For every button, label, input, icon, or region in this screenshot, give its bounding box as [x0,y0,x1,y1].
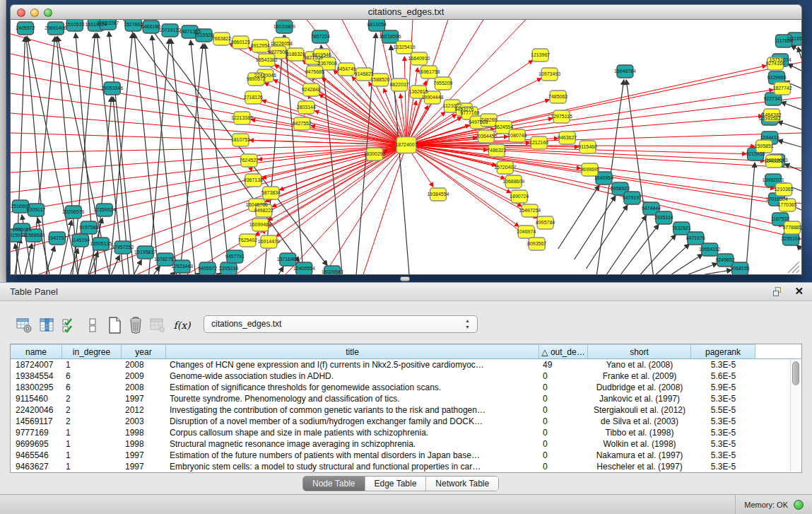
column-header[interactable]: short [588,344,691,358]
memory-status: Memory: OK [735,495,806,514]
select-all-button[interactable] [59,315,78,334]
table-cell: 5.5E-5 [691,404,755,416]
node-label: 9463627 [558,135,577,140]
function-builder-button[interactable]: f(x) [172,315,192,334]
node-label: 9498222 [254,208,273,213]
node-label: 746266 [481,117,497,122]
table-row[interactable]: 977716911998Corpus callosum shape and si… [11,427,801,438]
table-row[interactable]: 946362711997Embryonic stem cells: a mode… [11,461,801,472]
table-cell: 9463627 [11,461,62,472]
clear-selection-button[interactable] [83,315,102,334]
table-cell: 1997 [122,450,166,461]
window-titlebar[interactable]: citations_edges.txt [10,4,802,20]
tab-edge-table[interactable]: Edge Table [365,477,426,491]
node-label: 12213383 [231,115,253,120]
table-cell: Stergiakouli et al. (2012) [588,404,691,416]
column-header[interactable]: △ out_de… [539,344,588,358]
table-cell: 0 [539,461,588,472]
network-canvas[interactable]: 2405572206914061510533163192241065328715… [11,20,801,274]
canvas-resize-grip-icon[interactable] [792,266,799,273]
close-panel-icon[interactable]: ✕ [794,285,804,298]
memory-ok-icon[interactable] [794,500,804,510]
table-row[interactable]: 1456911722003Disruption of a novel membe… [11,416,801,427]
table-cell: 49 [539,359,588,370]
node-label: 12405554 [293,266,315,271]
minimize-window-icon[interactable] [30,8,39,17]
delete-column-button[interactable] [126,315,145,334]
table-cell: 5.3E-5 [691,427,755,438]
close-window-icon[interactable] [17,8,25,17]
node-label: 17957253 [112,245,134,250]
table-select-dropdown[interactable]: citations_edges.txt ▲▼ [204,315,478,333]
column-header[interactable]: year [122,344,166,358]
column-header[interactable]: in_degree [62,344,122,358]
column-header[interactable]: pagerank [691,344,755,358]
tab-node-table[interactable]: Node Table [303,477,365,491]
node-label: 16033809 [273,24,295,29]
node-label: 16195817 [134,250,156,255]
table-cell: 6 [62,382,122,393]
table-cell: 9699695 [11,438,62,450]
table-disabled-icon [148,317,165,334]
node-label: 9475685 [305,69,324,74]
zoom-window-icon[interactable] [44,8,52,17]
node-label: 2205334 [219,266,238,271]
node-label: 16543382 [256,57,278,62]
node-label: 10654112 [699,247,721,252]
tab-network-table[interactable]: Network Table [425,477,498,491]
node-label: 9474444 [642,206,661,211]
table-row[interactable]: 911546021997Tourette syndrome. Phenomeno… [11,393,801,404]
memory-label: Memory: OK [744,501,788,509]
node-label: 1362615 [408,89,428,94]
node-label: 19904448 [421,95,443,100]
node-label: 8093567 [527,241,546,246]
import-table-button[interactable] [147,315,166,334]
node-label: 9245652 [716,257,735,262]
node-label: 2255164 [781,236,800,241]
column-header[interactable]: name [11,344,62,358]
table-cell: 2008 [122,359,166,370]
node-label: 20364456 [475,134,497,139]
table-row[interactable]: 1872400712008Changes of HCN gene express… [11,359,801,370]
table-cell: 2003 [122,416,166,427]
node-label: 2367608 [318,61,337,66]
table-header-row: namein_degreeyeartitle△ out_de…shortpage… [11,344,801,359]
canvas-resize-grip-icon[interactable] [796,270,799,273]
scrollbar-thumb[interactable] [792,361,799,385]
node-label: 5873834 [261,190,281,195]
node-label: 9890572 [247,76,266,81]
table-cell: Yano et al. (2008) [588,359,691,370]
table-row[interactable]: 2242004622012Investigating the contribut… [11,404,801,416]
vertical-scrollbar[interactable] [790,359,801,472]
table-cell: Tourette syndrome. Phenomenology and cla… [166,393,539,404]
table-row[interactable]: 969969511998Structural magnetic resonanc… [11,438,801,450]
table-cell: Jankovic et al. (1997) [588,393,691,404]
node-label: 12975115 [551,114,572,119]
splitter-handle[interactable] [400,276,410,281]
column-header[interactable]: title [166,344,539,358]
column-settings-button[interactable] [14,315,33,334]
node-label: 9197588 [79,225,98,230]
node-label: 9274166 [765,61,784,66]
float-panel-icon[interactable] [773,287,784,298]
table-cell: 1 [62,461,122,472]
table-cell: 2009 [122,370,166,382]
table-cell: Hescheler et al. (1997) [588,461,691,472]
show-columns-button[interactable] [37,315,56,334]
node-label: 16046766 [246,202,268,207]
table-row[interactable]: 1938455462009Genome-wide association stu… [11,370,801,382]
node-label: 10653287 [97,21,119,25]
table-cell: 2 [62,404,122,416]
node-label: 7624527 [240,158,259,163]
table-cell: Estimation of the future numbers of pati… [166,450,539,461]
table-cell: 0 [539,450,588,461]
node-label: 10719133 [159,28,181,33]
table-row[interactable]: 1830029562008Estimation of significance … [11,382,801,393]
new-column-button[interactable] [105,315,124,334]
table-row[interactable]: 946554611997Estimation of the future num… [11,450,801,461]
node-label: 2935114 [654,215,673,220]
node-label: 7632621 [672,226,691,230]
table-cell: Nakamura et al. (1997) [588,450,691,461]
node-label: 11568689 [23,233,45,238]
table-cell: 1 [62,450,122,461]
